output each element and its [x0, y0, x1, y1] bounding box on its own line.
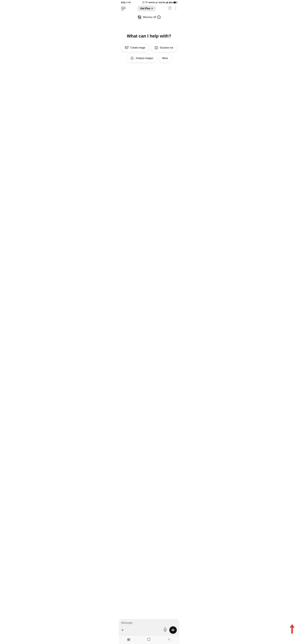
bottom-spacer — [119, 66, 179, 96]
get-plus-label: Get Plus — [140, 7, 151, 10]
signal-bars-1 — [156, 2, 158, 4]
input-area: + — [119, 619, 179, 636]
svg-point-11 — [175, 9, 176, 10]
create-image-label: Create image — [130, 46, 145, 49]
time-display: 9:21 — [121, 1, 125, 4]
main-content: What can I help with? — [119, 21, 179, 66]
svg-rect-28 — [174, 630, 175, 630]
more-label: More — [162, 57, 168, 60]
voice-button[interactable] — [169, 626, 177, 634]
app-screen: 9:21 ✔ ۲۴ ⏰ VoOLTE1 — [119, 0, 179, 644]
action-buttons: Create image Surprise me — [122, 44, 176, 62]
hamburger-line-2 — [121, 8, 125, 9]
svg-rect-1 — [156, 2, 157, 3]
action-row-1: Create image Surprise me — [122, 44, 176, 52]
signal-bars-2 — [166, 2, 168, 4]
surprise-icon — [154, 46, 158, 50]
battery-icon — [173, 2, 177, 4]
wifi-icon — [145, 2, 148, 4]
svg-rect-25 — [172, 629, 173, 631]
nav-actions — [168, 6, 177, 11]
back-button[interactable] — [165, 637, 174, 642]
recents-button[interactable] — [124, 637, 133, 642]
rtl-number: ۲۴ — [128, 2, 130, 4]
more-options-button[interactable] — [175, 6, 177, 11]
analyze-images-button[interactable]: Analyze images — [127, 54, 157, 62]
info-icon: i — [159, 16, 159, 18]
svg-rect-4 — [166, 3, 166, 3]
svg-rect-7 — [168, 2, 168, 3]
home-button[interactable] — [144, 637, 154, 642]
status-bar: 9:21 ✔ ۲۴ ⏰ VoOLTE1 — [119, 0, 179, 4]
create-image-button[interactable]: Create image — [121, 44, 149, 52]
input-actions: + — [121, 626, 177, 634]
signal-lte1: VoOLTE1 — [148, 2, 155, 4]
svg-rect-26 — [173, 629, 173, 632]
info-button[interactable]: i — [157, 16, 161, 19]
status-indicators: ⏰ VoOLTE1 VoOLTE2 — [142, 2, 177, 4]
plus-icon-btn: + — [121, 628, 124, 632]
svg-rect-2 — [157, 2, 157, 3]
system-nav — [119, 636, 179, 644]
message-input[interactable] — [121, 621, 177, 626]
svg-rect-5 — [167, 2, 167, 3]
svg-rect-31 — [129, 638, 130, 641]
svg-rect-29 — [127, 638, 128, 641]
analyze-icon — [130, 56, 134, 60]
menu-button[interactable] — [121, 7, 125, 10]
memory-banner: Memory off i — [119, 13, 179, 21]
get-plus-button[interactable]: Get Plus + — [137, 6, 156, 11]
check-icon: ✔ — [126, 2, 128, 4]
svg-line-13 — [138, 16, 141, 19]
create-image-icon — [125, 46, 129, 50]
analyze-images-label: Analyze images — [136, 57, 153, 60]
svg-rect-3 — [158, 2, 158, 3]
svg-rect-21 — [164, 628, 166, 630]
more-button[interactable]: More — [159, 54, 171, 62]
hamburger-line-3 — [121, 10, 124, 10]
memory-icon — [137, 15, 142, 19]
action-row-2: Analyze images More — [122, 54, 176, 62]
surprise-me-label: Surprise me — [160, 46, 173, 49]
hamburger-line-1 — [121, 7, 125, 7]
battery-percentage: 85% — [169, 2, 173, 4]
hero-title: What can I help with? — [127, 34, 171, 38]
svg-rect-6 — [167, 2, 168, 3]
plus-icon: + — [151, 7, 153, 10]
svg-rect-0 — [156, 3, 156, 3]
svg-point-10 — [175, 8, 176, 8]
right-actions — [164, 626, 177, 634]
svg-rect-27 — [173, 629, 174, 631]
memory-off-label: Memory off — [143, 16, 156, 19]
microphone-button[interactable] — [164, 628, 167, 633]
nav-bar: Get Plus + — [119, 4, 179, 13]
alarm-icon: ⏰ — [142, 2, 145, 4]
scroll-content: Get Plus + — [119, 4, 179, 124]
status-time: 9:21 ✔ ۲۴ — [121, 1, 130, 4]
svg-rect-24 — [172, 630, 172, 630]
surprise-me-button[interactable]: Surprise me — [151, 44, 177, 52]
svg-point-20 — [132, 58, 132, 58]
svg-rect-30 — [128, 638, 129, 641]
edit-button[interactable] — [168, 6, 172, 11]
svg-point-9 — [175, 6, 176, 7]
svg-rect-32 — [147, 638, 150, 640]
attach-button[interactable]: + — [121, 628, 124, 632]
signal-lte2: VoOLTE2 — [159, 2, 165, 4]
